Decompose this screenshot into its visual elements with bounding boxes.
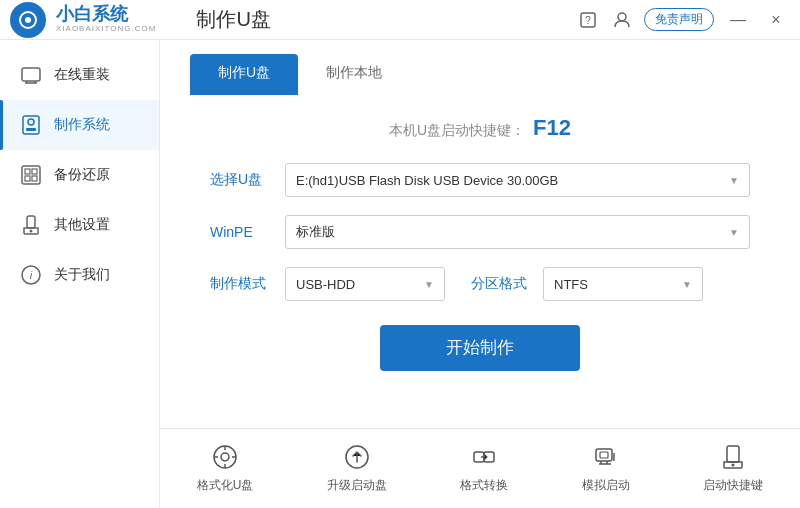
svg-rect-26 (727, 446, 739, 462)
svg-rect-14 (32, 176, 37, 181)
svg-point-27 (732, 464, 735, 467)
tab-make-udisk[interactable]: 制作U盘 (190, 54, 298, 95)
svg-text:?: ? (585, 15, 591, 26)
mode-select-box[interactable]: USB-HDD ▼ (285, 267, 445, 301)
logo-main-text: 小白系统 (56, 5, 156, 25)
sidebar-item-backup-restore[interactable]: 备份还原 (0, 150, 159, 200)
usb-select-value: E:(hd1)USB Flash Disk USB Device 30.00GB (296, 173, 558, 188)
sidebar-item-make-system-label: 制作系统 (54, 116, 110, 134)
bottom-tool-upgrade-boot[interactable]: 升级启动盘 (311, 435, 403, 502)
minimize-button[interactable]: — (724, 6, 752, 34)
format-convert-icon (470, 443, 498, 471)
main-layout: 在线重装 制作系统 备份还原 其他设置 i 关于我们 (0, 40, 800, 508)
sidebar: 在线重装 制作系统 备份还原 其他设置 i 关于我们 (0, 40, 160, 508)
partition-label: 分区格式 (471, 275, 527, 293)
format-udisk-label: 格式化U盘 (197, 477, 254, 494)
bottom-toolbar: 格式化U盘 升级启动盘 (160, 428, 800, 508)
bottom-tool-format-udisk[interactable]: 格式化U盘 (181, 435, 270, 502)
make-system-icon (20, 114, 42, 136)
tab-make-local[interactable]: 制作本地 (298, 54, 410, 95)
bottom-tool-format-convert[interactable]: 格式转换 (444, 435, 524, 502)
format-udisk-icon (211, 443, 239, 471)
partition-select-value: NTFS (554, 277, 588, 292)
other-settings-icon (20, 214, 42, 236)
mode-partition-row: 制作模式 USB-HDD ▼ 分区格式 NTFS ▼ (210, 267, 750, 301)
bottom-tool-simulate-boot[interactable]: 模拟启动 (566, 435, 646, 502)
content-area: 制作U盘 制作本地 本机U盘启动快捷键： F12 选择U盘 E:(hd1)USB… (160, 40, 800, 508)
form-content: 本机U盘启动快捷键： F12 选择U盘 E:(hd1)USB Flash Dis… (160, 95, 800, 428)
svg-rect-25 (600, 452, 608, 458)
sidebar-item-backup-restore-label: 备份还原 (54, 166, 110, 184)
partition-select-box[interactable]: NTFS ▼ (543, 267, 703, 301)
sidebar-item-about-us[interactable]: i 关于我们 (0, 250, 159, 300)
page-header: 制作U盘 制作本地 (160, 40, 800, 95)
sidebar-item-online-reinstall[interactable]: 在线重装 (0, 50, 159, 100)
simulate-boot-label: 模拟启动 (582, 477, 630, 494)
mianfei-button[interactable]: 免责声明 (644, 8, 714, 31)
boot-shortcut-icon (719, 443, 747, 471)
upgrade-boot-label: 升级启动盘 (327, 477, 387, 494)
svg-text:i: i (30, 269, 33, 281)
user-icon[interactable] (610, 8, 634, 32)
svg-point-9 (28, 119, 34, 125)
tab-bar: 制作U盘 制作本地 (190, 54, 770, 95)
partition-arrow-icon: ▼ (682, 279, 692, 290)
logo-text: 小白系统 XIAOBAIXITONG.COM (56, 5, 156, 34)
mode-select-value: USB-HDD (296, 277, 355, 292)
winpe-select-row: WinPE 标准版 ▼ (210, 215, 750, 249)
svg-rect-6 (22, 68, 40, 81)
page-title: 制作U盘 (196, 6, 270, 33)
winpe-select-box[interactable]: 标准版 ▼ (285, 215, 750, 249)
simulate-boot-icon (592, 443, 620, 471)
svg-rect-13 (25, 176, 30, 181)
shortcut-key: F12 (533, 115, 571, 140)
about-us-icon: i (20, 264, 42, 286)
bottom-tool-boot-shortcut[interactable]: 启动快捷键 (687, 435, 779, 502)
upgrade-boot-icon (343, 443, 371, 471)
boot-shortcut-label: 启动快捷键 (703, 477, 763, 494)
shortcut-hint: 本机U盘启动快捷键： F12 (210, 115, 750, 141)
usb-label: 选择U盘 (210, 171, 285, 189)
backup-restore-icon (20, 164, 42, 186)
shortcut-prefix: 本机U盘启动快捷键： (389, 122, 525, 138)
svg-point-2 (25, 17, 31, 23)
close-button[interactable]: × (762, 6, 790, 34)
usb-select-row: 选择U盘 E:(hd1)USB Flash Disk USB Device 30… (210, 163, 750, 197)
usb-select-arrow-icon: ▼ (729, 175, 739, 186)
sidebar-item-make-system[interactable]: 制作系统 (0, 100, 159, 150)
svg-rect-15 (27, 216, 35, 228)
winpe-select-arrow-icon: ▼ (729, 227, 739, 238)
sidebar-item-other-settings-label: 其他设置 (54, 216, 110, 234)
svg-rect-12 (32, 169, 37, 174)
start-button[interactable]: 开始制作 (380, 325, 580, 371)
svg-rect-24 (596, 449, 612, 461)
svg-point-5 (618, 13, 626, 21)
svg-point-16 (30, 230, 33, 233)
mode-arrow-icon: ▼ (424, 279, 434, 290)
sidebar-item-online-reinstall-label: 在线重装 (54, 66, 110, 84)
title-bar-right: ? 免责声明 — × (576, 6, 790, 34)
format-convert-label: 格式转换 (460, 477, 508, 494)
logo-icon (10, 2, 46, 38)
title-bar: 小白系统 XIAOBAIXITONG.COM 制作U盘 ? 免责声明 — × (0, 0, 800, 40)
logo-sub-text: XIAOBAIXITONG.COM (56, 25, 156, 34)
winpe-select-control: 标准版 ▼ (285, 215, 750, 249)
sidebar-item-about-us-label: 关于我们 (54, 266, 110, 284)
sidebar-item-other-settings[interactable]: 其他设置 (0, 200, 159, 250)
svg-rect-11 (25, 169, 30, 174)
svg-point-20 (221, 453, 229, 461)
svg-rect-8 (26, 128, 36, 131)
winpe-label: WinPE (210, 224, 285, 240)
mode-label: 制作模式 (210, 275, 285, 293)
help-icon[interactable]: ? (576, 8, 600, 32)
winpe-select-value: 标准版 (296, 223, 335, 241)
active-bar (0, 100, 3, 150)
usb-select-box[interactable]: E:(hd1)USB Flash Disk USB Device 30.00GB… (285, 163, 750, 197)
title-bar-left: 小白系统 XIAOBAIXITONG.COM 制作U盘 (10, 2, 271, 38)
online-reinstall-icon (20, 64, 42, 86)
usb-select-control: E:(hd1)USB Flash Disk USB Device 30.00GB… (285, 163, 750, 197)
